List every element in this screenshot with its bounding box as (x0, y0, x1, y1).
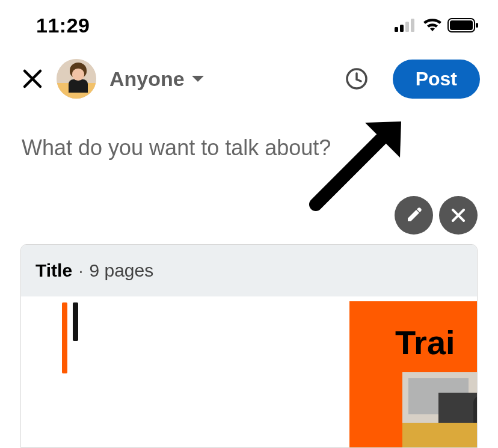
attachment-slide-1 (62, 302, 86, 375)
pencil-icon (405, 207, 422, 224)
attachment-slide-photo (402, 372, 478, 448)
attachment-pages: 9 pages (89, 260, 153, 281)
attachment-slide-heading: Trai (395, 323, 455, 362)
remove-attachment-button[interactable] (439, 196, 478, 235)
svg-rect-1 (400, 25, 404, 32)
audience-label: Anyone (109, 67, 185, 91)
close-button[interactable] (22, 68, 43, 90)
attachment-slide-2: Trai (349, 301, 478, 448)
attachment-actions (395, 196, 478, 235)
audience-selector[interactable]: Anyone (109, 67, 205, 91)
avatar[interactable] (57, 59, 96, 99)
status-bar: 11:29 (0, 0, 498, 42)
compose-placeholder: What do you want to talk about? (22, 135, 476, 161)
composer-header: Anyone Post (0, 42, 498, 99)
post-button[interactable]: Post (393, 60, 480, 99)
edit-attachment-button[interactable] (395, 196, 433, 235)
svg-rect-5 (450, 20, 473, 30)
svg-rect-6 (476, 23, 478, 28)
attachment-card[interactable]: Title · 9 pages Trai (20, 244, 478, 448)
chevron-down-icon (191, 74, 205, 84)
svg-rect-0 (395, 27, 398, 32)
close-icon (22, 69, 43, 89)
schedule-button[interactable] (345, 67, 369, 91)
attachment-title: Title (35, 260, 72, 281)
attachment-header: Title · 9 pages (21, 245, 477, 296)
wifi-icon (422, 18, 443, 32)
clock-icon (345, 67, 368, 90)
status-icons (395, 18, 479, 32)
status-time: 11:29 (36, 14, 90, 37)
compose-text-area[interactable]: What do you want to talk about? (0, 99, 498, 161)
cellular-signal-icon (395, 19, 417, 32)
close-icon (450, 207, 466, 223)
svg-rect-3 (411, 19, 414, 32)
svg-rect-2 (405, 22, 409, 32)
battery-icon (447, 18, 479, 32)
attachment-preview: Trai (21, 296, 477, 448)
avatar-image (57, 59, 96, 99)
attachment-separator: · (78, 260, 83, 281)
